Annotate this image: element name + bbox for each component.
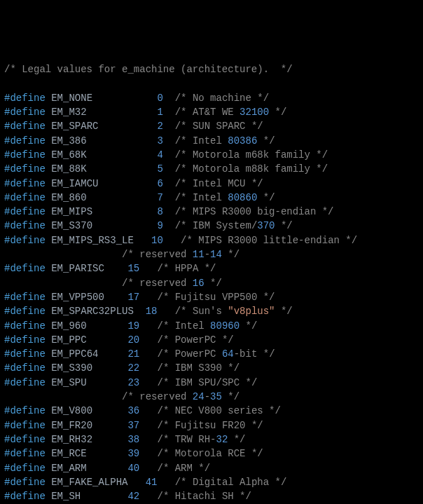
define-line: #define EM_RH32 38 /* TRW RH-32 */ — [4, 433, 419, 447]
define-line: #define EM_M32 1 /* AT&T WE 32100 */ — [4, 105, 419, 119]
define-line: #define EM_S390 22 /* IBM S390 */ — [4, 361, 419, 375]
reserved-comment: /* reserved 24-35 */ — [4, 390, 419, 404]
define-line: #define EM_PPC 20 /* PowerPC */ — [4, 333, 419, 347]
define-line: #define EM_88K 5 /* Motorola m88k family… — [4, 162, 419, 176]
define-line: #define EM_860 7 /* Intel 80860 */ — [4, 191, 419, 205]
define-line: #define EM_V800 36 /* NEC V800 series */ — [4, 404, 419, 418]
define-line: #define EM_FAKE_ALPHA 41 /* Digital Alph… — [4, 475, 419, 489]
define-line: #define EM_NONE 0 /* No machine */ — [4, 91, 419, 105]
define-line: #define EM_VPP500 17 /* Fujitsu VPP500 *… — [4, 290, 419, 304]
define-line: #define EM_PARISC 15 /* HPPA */ — [4, 261, 419, 275]
define-line: #define EM_PPC64 21 /* PowerPC 64-bit */ — [4, 347, 419, 361]
define-line: #define EM_SPARC 2 /* SUN SPARC */ — [4, 119, 419, 133]
define-line: #define EM_SPARC32PLUS 18 /* Sun's "v8pl… — [4, 304, 419, 318]
define-line: #define EM_68K 4 /* Motorola m68k family… — [4, 148, 419, 162]
define-line: #define EM_ARM 40 /* ARM */ — [4, 461, 419, 475]
define-line: #define EM_FR20 37 /* Fujitsu FR20 */ — [4, 418, 419, 433]
define-line: #define EM_S370 9 /* IBM System/370 */ — [4, 219, 419, 233]
define-line: #define EM_960 19 /* Intel 80960 */ — [4, 319, 419, 333]
define-line: #define EM_SH 42 /* Hitachi SH */ — [4, 489, 419, 503]
define-line: #define EM_MIPS 8 /* MIPS R3000 big-endi… — [4, 205, 419, 219]
define-line: #define EM_MIPS_RS3_LE 10 /* MIPS R3000 … — [4, 233, 419, 247]
header-comment: /* Legal values for e_machine (architect… — [4, 62, 419, 76]
blank-line — [4, 76, 419, 90]
code-view: /* Legal values for e_machine (architect… — [4, 62, 419, 504]
reserved-comment: /* reserved 11-14 */ — [4, 247, 419, 261]
define-line: #define EM_386 3 /* Intel 80386 */ — [4, 134, 419, 148]
define-line: #define EM_SPU 23 /* IBM SPU/SPC */ — [4, 376, 419, 390]
define-line: #define EM_RCE 39 /* Motorola RCE */ — [4, 447, 419, 461]
reserved-comment: /* reserved 16 */ — [4, 276, 419, 290]
define-line: #define EM_IAMCU 6 /* Intel MCU */ — [4, 177, 419, 191]
